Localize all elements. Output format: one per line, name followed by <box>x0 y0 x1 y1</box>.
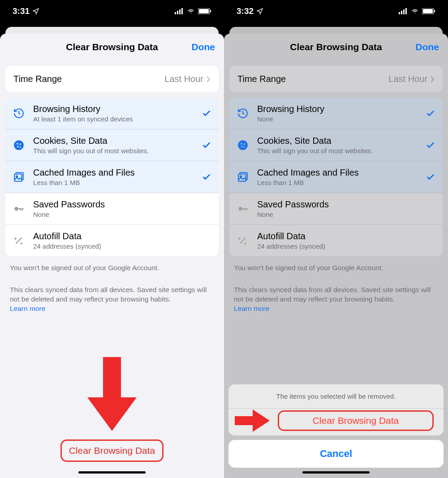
time-range-row[interactable]: Time Range Last Hour <box>5 66 219 92</box>
svg-point-11 <box>20 146 21 148</box>
battery-icon <box>198 8 211 14</box>
annotation-arrow-down-icon <box>83 357 141 433</box>
cookie-icon <box>13 139 25 151</box>
sheet: Clear Browsing Data Done Time Range Last… <box>224 34 448 478</box>
sync-info: This clears synced data from all devices… <box>224 285 448 314</box>
row-title: Cookies, Site Data <box>257 136 422 146</box>
row-title: Autofill Data <box>257 231 435 241</box>
time-range-section: Time Range Last Hour <box>5 66 219 92</box>
svg-rect-6 <box>210 10 211 13</box>
time-range-section: Time Range Last Hour <box>229 66 443 92</box>
status-bar: 3:32 <box>224 0 448 22</box>
svg-point-15 <box>14 207 18 211</box>
row-browsing-history[interactable]: Browsing History None <box>229 98 443 129</box>
svg-point-30 <box>244 146 245 148</box>
signout-info: You won't be signed out of your Google A… <box>0 263 224 273</box>
row-browsing-history[interactable]: Browsing History At least 1 item on sync… <box>5 98 219 129</box>
home-indicator[interactable] <box>302 471 370 474</box>
svg-rect-3 <box>181 8 183 14</box>
done-button[interactable]: Done <box>192 42 215 52</box>
row-sub: 24 addresses (synced) <box>33 242 211 250</box>
time-range-row[interactable]: Time Range Last Hour <box>229 66 443 92</box>
history-icon <box>237 107 249 120</box>
svg-rect-2 <box>179 9 181 14</box>
history-icon <box>13 107 25 120</box>
row-passwords[interactable]: Saved Passwords None <box>229 193 443 225</box>
row-cached[interactable]: Cached Images and Files Less than 1 MB <box>229 161 443 193</box>
row-sub: None <box>257 115 422 123</box>
svg-rect-16 <box>18 208 24 209</box>
row-title: Autofill Data <box>33 231 211 241</box>
key-icon <box>13 202 25 215</box>
action-sheet-message: The items you selected will be removed. <box>228 384 444 409</box>
location-icon <box>256 8 263 15</box>
image-icon <box>237 171 249 183</box>
nav-title: Clear Browsing Data <box>233 42 439 52</box>
svg-point-28 <box>244 143 245 145</box>
row-title: Cached Images and Files <box>33 168 198 178</box>
row-sub: At least 1 item on synced devices <box>33 115 198 123</box>
svg-rect-1 <box>177 11 178 14</box>
svg-rect-21 <box>403 9 405 14</box>
clear-browsing-data-button[interactable]: Clear Browsing Data <box>60 439 164 462</box>
image-icon <box>13 171 25 183</box>
row-title: Saved Passwords <box>33 199 211 210</box>
time-range-label: Time Range <box>237 74 286 84</box>
row-sub: Less than 1 MB <box>33 179 198 186</box>
location-icon <box>32 8 39 15</box>
phone-left: 3:31 Clear Browsing Data Done Time Range <box>0 0 224 478</box>
battery-icon <box>422 8 435 14</box>
key-icon <box>237 202 249 215</box>
chevron-right-icon <box>206 76 211 83</box>
nav-bar: Clear Browsing Data Done <box>0 34 224 60</box>
svg-point-7 <box>14 140 24 150</box>
done-button[interactable]: Done <box>416 42 439 52</box>
status-time: 3:32 <box>237 6 254 16</box>
svg-rect-20 <box>401 11 402 14</box>
signout-info: You won't be signed out of your Google A… <box>224 263 448 273</box>
action-sheet: The items you selected will be removed. … <box>224 380 448 478</box>
row-sub: 24 addresses (synced) <box>257 242 435 250</box>
row-cached[interactable]: Cached Images and Files Less than 1 MB <box>5 161 219 193</box>
cellular-icon <box>399 8 408 14</box>
learn-more-link[interactable]: Learn more <box>234 305 269 312</box>
svg-point-10 <box>17 146 18 147</box>
confirm-clear-button[interactable]: Clear Browsing Data <box>278 410 434 431</box>
nav-title: Clear Browsing Data <box>9 42 215 52</box>
checkmark-icon <box>426 172 435 182</box>
time-range-value: Last Hour <box>388 74 427 84</box>
row-title: Browsing History <box>257 104 422 114</box>
cancel-button[interactable]: Cancel <box>228 440 444 468</box>
annotation-arrow-right-icon <box>235 409 271 432</box>
svg-rect-36 <box>246 208 247 211</box>
row-autofill[interactable]: Autofill Data 24 addresses (synced) <box>5 225 219 256</box>
checkmark-icon <box>202 108 211 118</box>
checkmark-icon <box>426 140 435 150</box>
learn-more-link[interactable]: Learn more <box>10 305 45 312</box>
data-types-section: Browsing History None Cookies, Site Data… <box>229 98 443 256</box>
row-title: Cookies, Site Data <box>33 136 198 146</box>
row-cookies[interactable]: Cookies, Site Data This will sign you ou… <box>5 129 219 161</box>
time-range-label: Time Range <box>13 74 62 84</box>
time-range-value: Last Hour <box>164 74 203 84</box>
svg-point-26 <box>238 140 248 150</box>
row-passwords[interactable]: Saved Passwords None <box>5 193 219 225</box>
row-sub: None <box>257 211 435 218</box>
row-autofill[interactable]: Autofill Data 24 addresses (synced) <box>229 225 443 256</box>
checkmark-icon <box>202 140 211 150</box>
sheet: Clear Browsing Data Done Time Range Last… <box>0 34 224 478</box>
svg-point-34 <box>238 207 242 211</box>
row-title: Cached Images and Files <box>257 168 422 178</box>
status-bar: 3:31 <box>0 0 224 22</box>
row-title: Browsing History <box>33 104 198 114</box>
wand-icon <box>13 234 25 247</box>
wand-icon <box>237 234 249 247</box>
home-indicator[interactable] <box>78 471 146 474</box>
cookie-icon <box>237 139 249 151</box>
wifi-icon <box>410 8 419 14</box>
svg-rect-17 <box>22 208 23 211</box>
svg-rect-19 <box>399 12 400 14</box>
row-cookies[interactable]: Cookies, Site Data This will sign you ou… <box>229 129 443 161</box>
svg-rect-37 <box>244 208 245 210</box>
svg-point-27 <box>241 143 242 144</box>
